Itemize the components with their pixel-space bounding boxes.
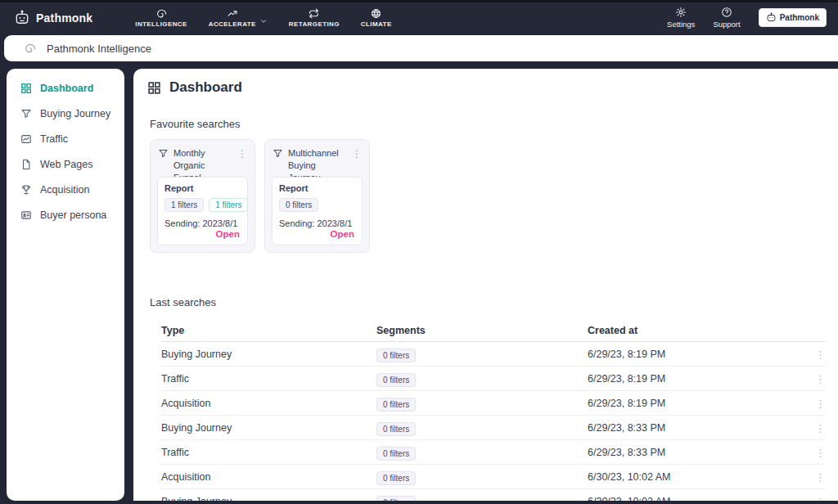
globe-icon	[371, 8, 381, 19]
filters-badge: 0 filters	[376, 471, 416, 485]
card-body: Report 0 filters Sending: 2023/8/1 Open	[272, 177, 363, 245]
app-bar-title: Pathmonk Intelligence	[47, 43, 151, 55]
main-panel: Dashboard Favourite searches Monthly Org…	[133, 69, 838, 501]
settings-label: Settings	[667, 20, 695, 29]
grid-icon	[20, 83, 32, 94]
card-body: Report 1 filters 1 filters Sending: 2023…	[157, 177, 248, 245]
row-type: Buying Journey	[161, 496, 376, 502]
main-nav: INTELLIGENCE ACCELERATE	[135, 8, 391, 28]
robot-icon	[766, 12, 777, 23]
support-label: Support	[713, 20, 740, 29]
grid-icon	[147, 81, 161, 95]
open-link[interactable]: Open	[331, 229, 354, 239]
favourite-searches-heading: Favourite searches	[150, 118, 838, 130]
kebab-menu-icon[interactable]: ⋮	[815, 447, 826, 459]
nav-label: ACCELERATE	[209, 20, 256, 28]
table-header-row: Type Segments Created at	[161, 319, 826, 342]
sidebar-item-label: Web Pages	[40, 159, 92, 170]
table-row[interactable]: Buying Journey 0 filters 6/29/23, 8:19 P…	[161, 342, 826, 367]
filters-badge-teal: 1 filters	[209, 198, 248, 212]
row-type: Acquisition	[161, 398, 376, 409]
card-sending-date: Sending: 2023/8/1	[279, 218, 355, 228]
filters-badge: 0 filters	[376, 447, 416, 461]
table-row[interactable]: Buying Journey 0 filters 6/30/23, 10:02 …	[161, 489, 826, 501]
table-row[interactable]: Acquisition 0 filters 6/29/23, 8:19 PM ⋮	[161, 391, 826, 416]
robot-icon	[14, 10, 30, 26]
sidebar-item-label: Dashboard	[40, 83, 93, 94]
intelligence-swirl-icon	[156, 8, 167, 19]
kebab-menu-icon[interactable]: ⋮	[815, 422, 826, 434]
row-type: Traffic	[161, 447, 376, 458]
last-searches-table: Type Segments Created at Buying Journey …	[161, 319, 826, 501]
filters-badge: 0 filters	[376, 373, 416, 387]
favourite-card[interactable]: Multichannel Buying Journey Report ⋮ Rep…	[264, 139, 370, 253]
table-row[interactable]: Buying Journey 0 filters 6/29/23, 8:33 P…	[161, 416, 826, 440]
repeat-icon	[309, 8, 319, 19]
row-type: Acquisition	[161, 471, 376, 483]
card-section-label: Report	[279, 183, 355, 193]
kebab-menu-icon[interactable]: ⋮	[815, 349, 826, 361]
kebab-menu-icon[interactable]: ⋮	[815, 373, 826, 385]
top-navbar: Pathmonk INTELLIGENCE ACCELERATE	[0, 2, 838, 33]
favourite-card[interactable]: Monthly Organic Funnel ⋮ Report 1 filter…	[150, 139, 255, 253]
trend-up-icon	[227, 8, 238, 19]
sidebar-item-buyer-persona[interactable]: Buyer persona	[7, 202, 124, 227]
row-created-at: 6/30/23, 10:02 AM	[588, 496, 806, 502]
kebab-menu-icon[interactable]: ⋮	[815, 471, 826, 484]
nav-item-retargeting[interactable]: RETARGETING	[289, 8, 340, 28]
chevron-down-icon	[259, 17, 268, 25]
brand-name: Pathmonk	[36, 11, 92, 25]
sidebar-item-label: Buyer persona	[40, 209, 106, 221]
row-type: Buying Journey	[161, 422, 376, 434]
settings-button[interactable]: Settings	[667, 7, 695, 29]
swirl-icon	[25, 43, 36, 54]
sidebar-item-traffic[interactable]: Traffic	[7, 126, 124, 151]
sidebar-item-web-pages[interactable]: Web Pages	[7, 151, 124, 177]
table-row[interactable]: Traffic 0 filters 6/29/23, 8:19 PM ⋮	[161, 367, 826, 391]
table-row[interactable]: Traffic 0 filters 6/29/23, 8:33 PM ⋮	[161, 440, 826, 465]
kebab-menu-icon[interactable]: ⋮	[815, 496, 826, 502]
open-link[interactable]: Open	[216, 229, 240, 239]
filters-badge: 1 filters	[164, 198, 204, 212]
column-header-created-at: Created at	[588, 325, 806, 336]
sidebar-item-acquisition[interactable]: Acquisition	[7, 177, 124, 202]
sidebar-item-label: Buying Journey	[40, 108, 110, 119]
pathmonk-account-button[interactable]: Pathmonk	[759, 8, 827, 27]
kebab-menu-icon[interactable]: ⋮	[815, 398, 826, 410]
nav-item-intelligence[interactable]: INTELLIGENCE	[135, 8, 187, 28]
sidebar-item-label: Acquisition	[40, 184, 89, 196]
card-section-label: Report	[164, 183, 241, 193]
page-title: Dashboard	[133, 69, 838, 96]
id-card-icon	[20, 209, 32, 221]
card-sending-date: Sending: 2023/8/1	[164, 218, 241, 228]
row-created-at: 6/29/23, 8:19 PM	[588, 349, 806, 360]
question-icon	[721, 7, 732, 18]
row-created-at: 6/29/23, 8:33 PM	[588, 447, 806, 458]
account-button-label: Pathmonk	[780, 13, 819, 22]
nav-label: CLIMATE	[361, 20, 392, 28]
column-header-type: Type	[161, 325, 376, 336]
brand-logo[interactable]: Pathmonk	[14, 10, 92, 26]
filters-badge: 0 filters	[279, 198, 318, 212]
last-searches-heading: Last searches	[150, 296, 838, 308]
nav-label: INTELLIGENCE	[135, 20, 187, 28]
sidebar-item-dashboard[interactable]: Dashboard	[7, 75, 124, 101]
gear-icon	[675, 7, 687, 18]
column-header-segments: Segments	[376, 325, 588, 336]
support-button[interactable]: Support	[713, 7, 740, 29]
nav-item-climate[interactable]: CLIMATE	[361, 8, 392, 28]
app-bar: Pathmonk Intelligence	[4, 35, 838, 61]
table-row[interactable]: Acquisition 0 filters 6/30/23, 10:02 AM …	[161, 465, 826, 489]
row-created-at: 6/29/23, 8:19 PM	[588, 373, 806, 385]
favourite-cards: Monthly Organic Funnel ⋮ Report 1 filter…	[150, 139, 838, 253]
row-type: Buying Journey	[161, 349, 376, 360]
row-created-at: 6/30/23, 10:02 AM	[588, 471, 806, 483]
chart-icon	[20, 133, 32, 145]
filters-badge: 0 filters	[376, 422, 416, 436]
row-created-at: 6/29/23, 8:33 PM	[588, 422, 806, 434]
filters-badge: 0 filters	[376, 496, 416, 502]
filters-badge: 0 filters	[376, 349, 416, 362]
sidebar: Dashboard Buying Journey Traffic Web Pag…	[7, 69, 124, 501]
nav-item-accelerate[interactable]: ACCELERATE	[209, 8, 268, 28]
sidebar-item-buying-journey[interactable]: Buying Journey	[7, 101, 124, 126]
